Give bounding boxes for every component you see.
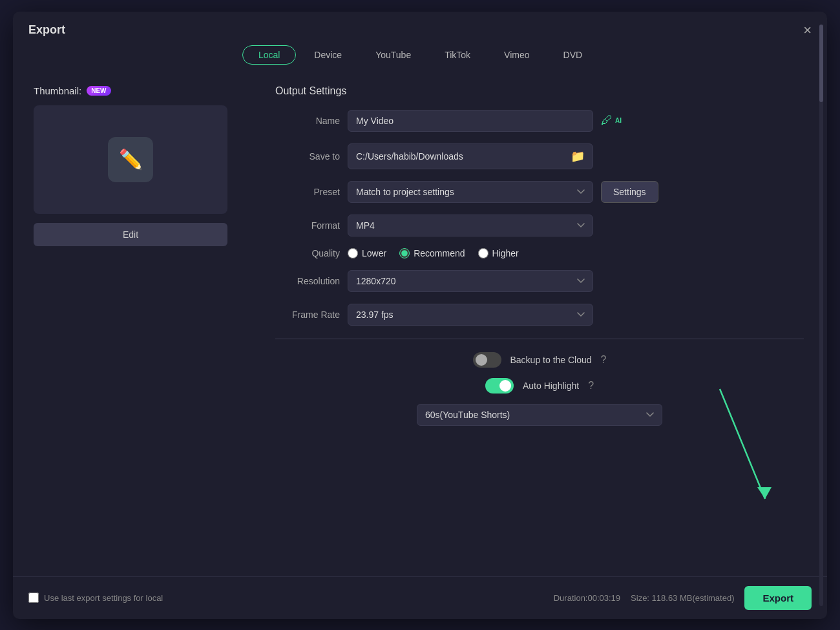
settings-button[interactable]: Settings — [601, 181, 658, 203]
svg-marker-1 — [757, 487, 772, 499]
thumbnail-preview: ✏️ — [34, 105, 227, 214]
title-bar: Export × — [13, 12, 827, 45]
footer: Use last export settings for local Durat… — [13, 576, 827, 619]
name-row: Name 🖊 AI — [275, 110, 804, 132]
tab-youtube[interactable]: YouTube — [360, 45, 426, 65]
quality-label: Quality — [275, 248, 340, 258]
quality-options: Lower Recommend Higher — [348, 248, 519, 258]
quality-recommend[interactable]: Recommend — [399, 248, 465, 258]
edit-pencil-icon: ✏️ — [119, 148, 143, 171]
edit-thumbnail-button[interactable]: Edit — [34, 223, 227, 246]
output-settings-title: Output Settings — [275, 85, 804, 97]
duration-select[interactable]: 60s(YouTube Shorts) — [417, 404, 662, 426]
ai-icon[interactable]: 🖊 — [601, 114, 613, 127]
backup-slider — [473, 352, 501, 368]
preset-label: Preset — [275, 187, 340, 197]
framerate-select[interactable]: 23.97 fps — [348, 304, 593, 326]
quality-lower[interactable]: Lower — [348, 248, 386, 258]
thumbnail-header: Thumbnail: NEW — [34, 85, 252, 96]
name-input[interactable] — [348, 110, 593, 132]
save-to-row: Save to C:/Users/habib/Downloads 📁 — [275, 143, 804, 169]
backup-row: Backup to the Cloud ? — [275, 352, 804, 368]
ai-label: AI — [615, 117, 622, 124]
right-panel: Output Settings Name 🖊 AI Save to C:/Use… — [262, 75, 817, 576]
quality-row: Quality Lower Recommend Higher — [275, 248, 804, 258]
scrollbar-thumb — [819, 75, 823, 102]
tab-device[interactable]: Device — [299, 45, 357, 65]
preset-select[interactable]: Match to project settings — [348, 181, 593, 203]
use-last-label-text: Use last export settings for local — [44, 593, 163, 603]
duration-info: Duration:00:03:19 — [554, 593, 620, 603]
format-select[interactable]: MP4 — [348, 215, 593, 236]
quality-lower-label: Lower — [362, 248, 386, 258]
name-label: Name — [275, 116, 340, 126]
export-dialog: Export × Local Device YouTube TikTok Vim… — [13, 12, 827, 619]
resolution-row: Resolution 1280x720 — [275, 270, 804, 292]
main-content: Thumbnail: NEW ✏️ Edit Output Settings N… — [13, 75, 827, 576]
use-last-checkbox[interactable] — [28, 593, 39, 603]
folder-icon[interactable]: 📁 — [571, 149, 585, 163]
thumbnail-icon-box: ✏️ — [108, 137, 153, 182]
auto-highlight-toggle[interactable] — [485, 378, 514, 394]
quality-lower-radio[interactable] — [348, 248, 358, 258]
dialog-title: Export — [28, 23, 65, 37]
quality-higher[interactable]: Higher — [478, 248, 519, 258]
size-info: Size: 118.63 MB(estimated) — [631, 593, 734, 603]
export-button[interactable]: Export — [744, 586, 812, 610]
left-panel: Thumbnail: NEW ✏️ Edit — [23, 75, 262, 576]
new-badge: NEW — [87, 86, 110, 96]
settings-grid: Name 🖊 AI Save to C:/Users/habib/Downloa… — [275, 110, 804, 326]
resolution-select[interactable]: 1280x720 — [348, 270, 593, 292]
tab-dvd[interactable]: DVD — [548, 45, 598, 65]
backup-help-icon[interactable]: ? — [601, 354, 607, 366]
quality-higher-label: Higher — [492, 248, 519, 258]
format-row: Format MP4 — [275, 215, 804, 236]
format-label: Format — [275, 220, 340, 231]
tab-local[interactable]: Local — [242, 45, 296, 65]
framerate-row: Frame Rate 23.97 fps — [275, 304, 804, 326]
use-last-settings[interactable]: Use last export settings for local — [28, 593, 163, 603]
tab-tiktok[interactable]: TikTok — [429, 45, 486, 65]
close-button[interactable]: × — [803, 23, 812, 37]
framerate-label: Frame Rate — [275, 310, 340, 320]
resolution-label: Resolution — [275, 276, 340, 286]
backup-toggle[interactable] — [473, 352, 501, 368]
auto-highlight-label: Auto Highlight — [523, 381, 579, 391]
path-wrapper: C:/Users/habib/Downloads 📁 — [348, 143, 593, 169]
thumbnail-label-text: Thumbnail: — [34, 85, 81, 96]
backup-label: Backup to the Cloud — [510, 355, 592, 365]
quality-higher-radio[interactable] — [478, 248, 488, 258]
arrow-annotation — [713, 383, 778, 512]
divider-1 — [275, 339, 804, 339]
auto-highlight-slider — [485, 378, 514, 394]
preset-row: Preset Match to project settings Setting… — [275, 181, 804, 203]
save-to-label: Save to — [275, 151, 340, 162]
path-text: C:/Users/habib/Downloads — [356, 151, 568, 162]
scrollbar-track[interactable] — [819, 75, 823, 576]
duration-row: 60s(YouTube Shorts) — [275, 404, 804, 426]
tabs-bar: Local Device YouTube TikTok Vimeo DVD — [13, 45, 827, 75]
quality-recommend-label: Recommend — [414, 248, 465, 258]
tab-vimeo[interactable]: Vimeo — [488, 45, 545, 65]
quality-recommend-radio[interactable] — [399, 248, 410, 258]
auto-highlight-help-icon[interactable]: ? — [588, 380, 594, 392]
auto-highlight-row: Auto Highlight ? — [275, 378, 804, 394]
